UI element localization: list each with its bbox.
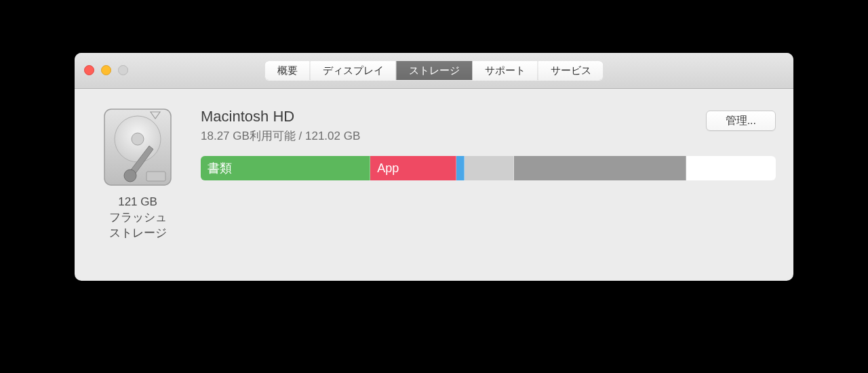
tab-service[interactable]: サービス [538,61,604,80]
segment-blue [456,156,465,180]
volume-subtitle: 18.27 GB利用可能 / 121.02 GB [201,128,776,144]
svg-rect-4 [146,172,165,181]
svg-point-2 [132,133,144,145]
volume-name: Macintosh HD [201,108,776,125]
drive-column: 121 GB フラッシュ ストレージ [92,106,183,241]
drive-type-line1: フラッシュ [92,210,183,226]
window-body: 121 GB フラッシュ ストレージ Macintosh HD 18.27 GB… [75,89,793,255]
storage-window: 概要 ディスプレイ ストレージ サポート サービス [75,53,793,281]
zoom-icon[interactable] [118,65,128,75]
drive-size-label: 121 GB フラッシュ ストレージ [92,195,183,241]
harddrive-icon [100,106,175,188]
drive-capacity: 121 GB [92,195,183,210]
tab-display[interactable]: ディスプレイ [311,61,397,80]
tab-overview[interactable]: 概要 [265,61,311,80]
segment-apps-label: App [377,161,399,176]
tab-bar: 概要 ディスプレイ ストレージ サポート サービス [265,61,604,80]
segment-apps: App [370,156,456,180]
tab-support[interactable]: サポート [473,61,538,80]
segment-lightgray [465,156,514,180]
tab-storage[interactable]: ストレージ [397,61,473,80]
segment-free [686,156,776,180]
svg-point-3 [124,170,136,182]
segment-darkgray [514,156,686,180]
close-icon[interactable] [84,65,94,75]
window-controls [84,65,128,75]
segment-documents: 書類 [201,156,370,180]
minimize-icon[interactable] [101,65,111,75]
segment-documents-label: 書類 [208,160,232,176]
manage-button[interactable]: 管理... [706,111,776,131]
storage-bar: 書類 App [201,156,776,180]
drive-type-line2: ストレージ [92,226,183,241]
info-column: Macintosh HD 18.27 GB利用可能 / 121.02 GB 管理… [183,106,776,241]
window-toolbar: 概要 ディスプレイ ストレージ サポート サービス [75,53,793,89]
